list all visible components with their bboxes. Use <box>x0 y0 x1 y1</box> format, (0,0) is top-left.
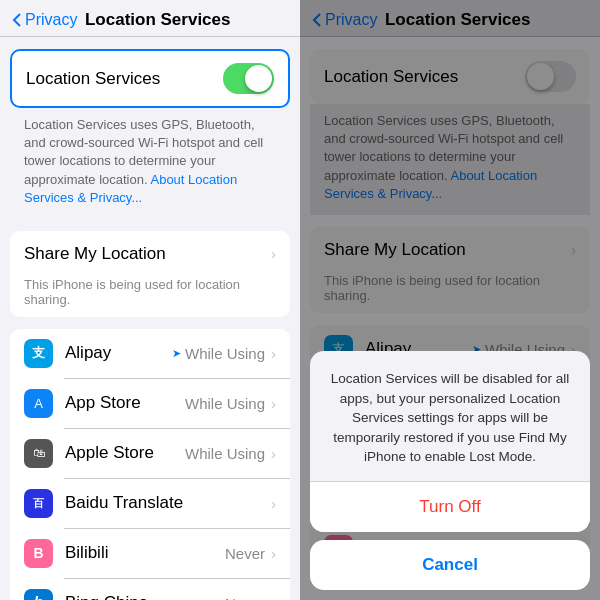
turn-off-button[interactable]: Turn Off <box>310 482 590 532</box>
left-share-label: Share My Location <box>24 244 271 264</box>
left-description: Location Services uses GPS, Bluetooth, a… <box>10 108 290 219</box>
left-ls-label: Location Services <box>26 69 223 89</box>
left-nav-title: Location Services <box>77 10 238 30</box>
bing-icon: b <box>24 589 53 600</box>
left-nav-bar: Privacy Location Services <box>0 0 300 37</box>
left-share-chevron: › <box>271 245 276 262</box>
baidu-icon: 百 <box>24 489 53 518</box>
table-row[interactable]: A App Store While Using › <box>10 379 290 428</box>
applestore-label: Apple Store <box>65 443 185 463</box>
alipay-label: Alipay <box>65 343 172 363</box>
dialog-box: Location Services will be disabled for a… <box>310 351 590 532</box>
table-row[interactable]: 🛍 Apple Store While Using › <box>10 429 290 478</box>
applestore-icon: 🛍 <box>24 439 53 468</box>
left-share-desc: This iPhone is being used for location s… <box>10 277 290 317</box>
left-back-button[interactable]: Privacy <box>12 11 77 29</box>
table-row[interactable]: 百 Baidu Translate › <box>10 479 290 528</box>
bilibili-status: Never <box>225 545 265 562</box>
appstore-status: While Using <box>185 395 265 412</box>
left-back-label: Privacy <box>25 11 77 29</box>
left-panel: Privacy Location Services Location Servi… <box>0 0 300 600</box>
left-ls-section: Location Services <box>10 49 290 108</box>
bing-status: Never <box>225 595 265 600</box>
table-row[interactable]: 支 Alipay ➤ While Using › <box>10 329 290 378</box>
left-ls-toggle[interactable] <box>223 63 274 94</box>
appstore-label: App Store <box>65 393 185 413</box>
applestore-status: While Using <box>185 445 265 462</box>
table-row[interactable]: b Bing China Never › <box>10 579 290 600</box>
left-scroll: Location Services Location Services uses… <box>0 37 300 600</box>
alipay-icon: 支 <box>24 339 53 368</box>
right-panel: Privacy Location Services Location Servi… <box>300 0 600 600</box>
left-apps-list: 支 Alipay ➤ While Using › A App Store Whi… <box>10 329 290 600</box>
dialog-message: Location Services will be disabled for a… <box>310 351 590 482</box>
bing-label: Bing China <box>65 593 225 600</box>
left-ls-row[interactable]: Location Services <box>10 49 290 108</box>
bilibili-icon: B <box>24 539 53 568</box>
left-share-row[interactable]: Share My Location › <box>10 231 290 277</box>
left-share-section: Share My Location › This iPhone is being… <box>10 231 290 317</box>
dialog-overlay: Location Services will be disabled for a… <box>300 0 600 600</box>
bilibili-label: Bilibili <box>65 543 225 563</box>
cancel-button[interactable]: Cancel <box>310 540 590 590</box>
baidu-label: Baidu Translate <box>65 493 265 513</box>
table-row[interactable]: B Bilibili Never › <box>10 529 290 578</box>
appstore-icon: A <box>24 389 53 418</box>
alipay-status: ➤ While Using <box>172 345 265 362</box>
